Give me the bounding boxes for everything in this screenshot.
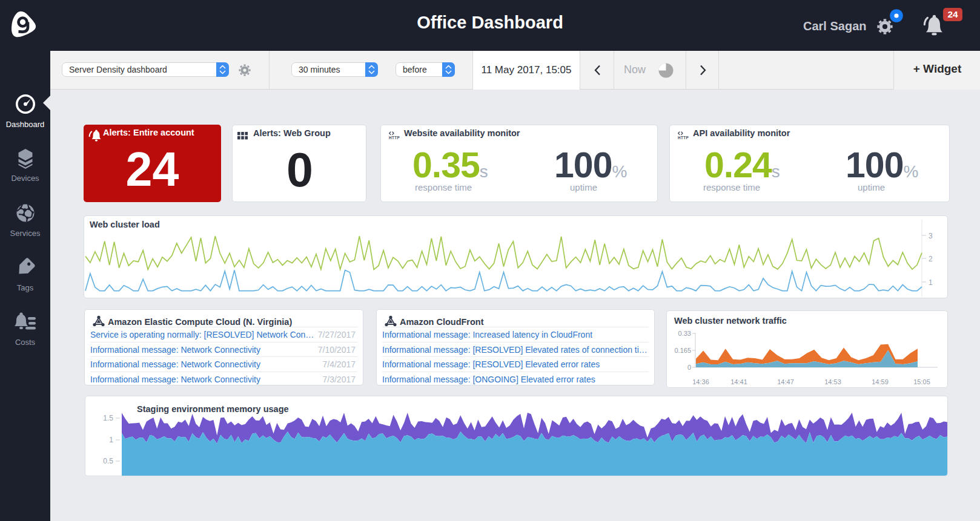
- svg-text:3: 3: [929, 232, 933, 240]
- svg-text:14:59: 14:59: [872, 378, 889, 385]
- svg-text:15:05: 15:05: [913, 378, 930, 385]
- svg-text:0.165: 0.165: [674, 347, 691, 354]
- svg-text:1.5: 1.5: [103, 414, 113, 422]
- svg-text:14:41: 14:41: [730, 378, 747, 385]
- svg-text:1: 1: [109, 436, 113, 444]
- svg-text:0.33: 0.33: [678, 330, 691, 337]
- svg-text:0.5: 0.5: [103, 457, 113, 465]
- svg-text:1: 1: [929, 278, 933, 287]
- svg-text:2: 2: [929, 255, 933, 263]
- svg-text:14:47: 14:47: [777, 378, 794, 385]
- svg-text:HTTP: HTTP: [389, 136, 400, 140]
- svg-text:HTTP: HTTP: [678, 136, 689, 140]
- svg-text:14:53: 14:53: [824, 378, 841, 385]
- svg-text:14:36: 14:36: [692, 378, 709, 385]
- svg-text:0: 0: [687, 364, 691, 371]
